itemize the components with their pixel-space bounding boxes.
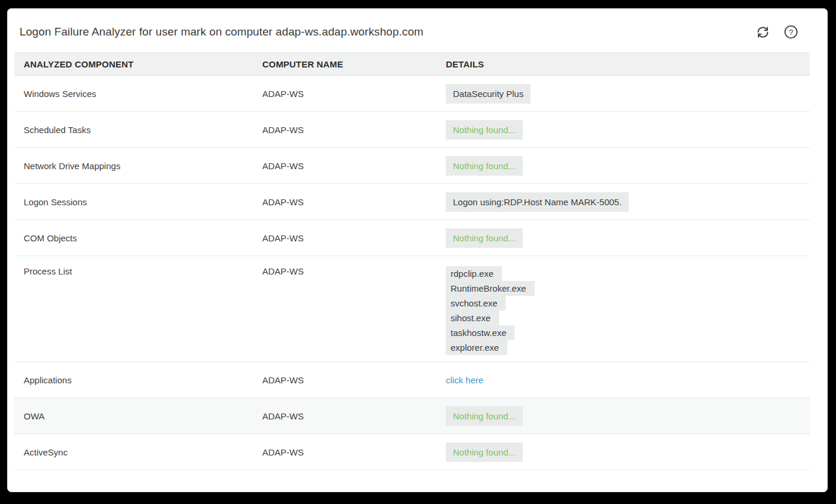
computer-name-label: ADAP-WS bbox=[262, 125, 446, 135]
detail-chip: Logon using:RDP.Host Name MARK-5005. bbox=[446, 192, 629, 212]
details-cell: Nothing found... bbox=[446, 406, 810, 426]
computer-name-label: ADAP-WS bbox=[262, 197, 446, 207]
header-icons: ? bbox=[755, 25, 798, 39]
detail-line: Nothing found... bbox=[446, 120, 523, 140]
analyzed-component-label: Process List bbox=[24, 266, 262, 276]
svg-text:?: ? bbox=[789, 28, 793, 37]
column-header-analyzed-component: ANALYZED COMPONENT bbox=[24, 59, 262, 69]
analyzed-component-label: OWA bbox=[24, 411, 262, 421]
table-footer-space bbox=[14, 470, 810, 489]
analyzed-component-label: COM Objects bbox=[24, 233, 262, 243]
detail-chip: rdpclip.exe bbox=[446, 266, 502, 281]
detail-line: Nothing found... bbox=[446, 406, 523, 426]
detail-line: Logon using:RDP.Host Name MARK-5005. bbox=[446, 192, 629, 212]
detail-line: Nothing found... bbox=[446, 442, 523, 462]
detail-line: click here bbox=[446, 373, 483, 387]
detail-line: Nothing found... bbox=[446, 228, 523, 248]
detail-line: sihost.exe bbox=[446, 311, 499, 325]
details-cell: Logon using:RDP.Host Name MARK-5005. bbox=[446, 192, 810, 212]
table-row: Windows ServicesADAP-WSDataSecurity Plus bbox=[14, 76, 810, 112]
details-cell: Nothing found... bbox=[446, 228, 810, 248]
analyzed-component-label: ActiveSync bbox=[24, 447, 262, 457]
table-row: OWAADAP-WSNothing found... bbox=[14, 398, 810, 434]
details-cell: Nothing found... bbox=[446, 156, 810, 176]
computer-name-label: ADAP-WS bbox=[262, 411, 446, 421]
detail-chip: explorer.exe bbox=[446, 340, 507, 355]
table-row: Logon SessionsADAP-WSLogon using:RDP.Hos… bbox=[14, 184, 810, 220]
computer-name-label: ADAP-WS bbox=[262, 233, 446, 243]
nothing-found-chip: Nothing found... bbox=[446, 228, 523, 248]
analyzed-component-label: Network Drive Mappings bbox=[24, 161, 262, 171]
column-header-details: DETAILS bbox=[446, 59, 810, 69]
computer-name-label: ADAP-WS bbox=[262, 89, 446, 99]
help-icon[interactable]: ? bbox=[784, 25, 798, 39]
table-row: Network Drive MappingsADAP-WSNothing fou… bbox=[14, 148, 810, 184]
details-cell: DataSecurity Plus bbox=[446, 84, 810, 104]
nothing-found-chip: Nothing found... bbox=[446, 406, 523, 426]
detail-chip: svchost.exe bbox=[446, 296, 506, 311]
details-cell: Nothing found... bbox=[446, 442, 810, 462]
detail-line: RuntimeBroker.exe bbox=[446, 281, 535, 296]
computer-name-label: ADAP-WS bbox=[262, 161, 446, 171]
table-body: Windows ServicesADAP-WSDataSecurity Plus… bbox=[14, 76, 810, 470]
nothing-found-chip: Nothing found... bbox=[446, 442, 523, 462]
detail-line: DataSecurity Plus bbox=[446, 84, 530, 104]
logon-failure-analyzer-card: Logon Failure Analyzer for user mark on … bbox=[7, 8, 828, 492]
nothing-found-chip: Nothing found... bbox=[446, 120, 523, 140]
table-row: ActiveSyncADAP-WSNothing found... bbox=[14, 434, 810, 470]
column-header-computer-name: COMPUTER NAME bbox=[262, 59, 446, 69]
analyzed-component-label: Scheduled Tasks bbox=[24, 125, 262, 135]
click-here-link[interactable]: click here bbox=[446, 375, 483, 385]
computer-name-label: ADAP-WS bbox=[262, 375, 446, 385]
table-row: COM ObjectsADAP-WSNothing found... bbox=[14, 220, 810, 256]
detail-line: taskhostw.exe bbox=[446, 325, 515, 340]
table-row: ApplicationsADAP-WSclick here bbox=[14, 362, 810, 398]
detail-chip: taskhostw.exe bbox=[446, 325, 515, 340]
detail-chip: DataSecurity Plus bbox=[446, 84, 530, 104]
detail-line: rdpclip.exe bbox=[446, 266, 502, 281]
computer-name-label: ADAP-WS bbox=[262, 447, 446, 457]
computer-name-label: ADAP-WS bbox=[262, 266, 446, 276]
details-cell: Nothing found... bbox=[446, 120, 810, 140]
nothing-found-chip: Nothing found... bbox=[446, 156, 523, 176]
detail-line: Nothing found... bbox=[446, 156, 523, 176]
details-cell: click here bbox=[446, 373, 810, 387]
card-header: Logon Failure Analyzer for user mark on … bbox=[7, 8, 828, 52]
detail-chip: RuntimeBroker.exe bbox=[446, 281, 535, 296]
page-title: Logon Failure Analyzer for user mark on … bbox=[20, 25, 423, 38]
detail-line: explorer.exe bbox=[446, 340, 507, 355]
analyzer-table: ANALYZED COMPONENT COMPUTER NAME DETAILS… bbox=[14, 52, 810, 489]
table-row: Scheduled TasksADAP-WSNothing found... bbox=[14, 112, 810, 148]
detail-chip: sihost.exe bbox=[446, 311, 499, 325]
analyzed-component-label: Logon Sessions bbox=[24, 197, 262, 207]
analyzed-component-label: Applications bbox=[24, 375, 262, 385]
table-header-row: ANALYZED COMPONENT COMPUTER NAME DETAILS bbox=[14, 52, 810, 76]
analyzed-component-label: Windows Services bbox=[24, 89, 262, 99]
details-cell: rdpclip.exeRuntimeBroker.exesvchost.exes… bbox=[446, 266, 810, 355]
detail-line: svchost.exe bbox=[446, 296, 506, 311]
refresh-icon[interactable] bbox=[755, 25, 770, 39]
table-row: Process ListADAP-WSrdpclip.exeRuntimeBro… bbox=[14, 256, 810, 362]
